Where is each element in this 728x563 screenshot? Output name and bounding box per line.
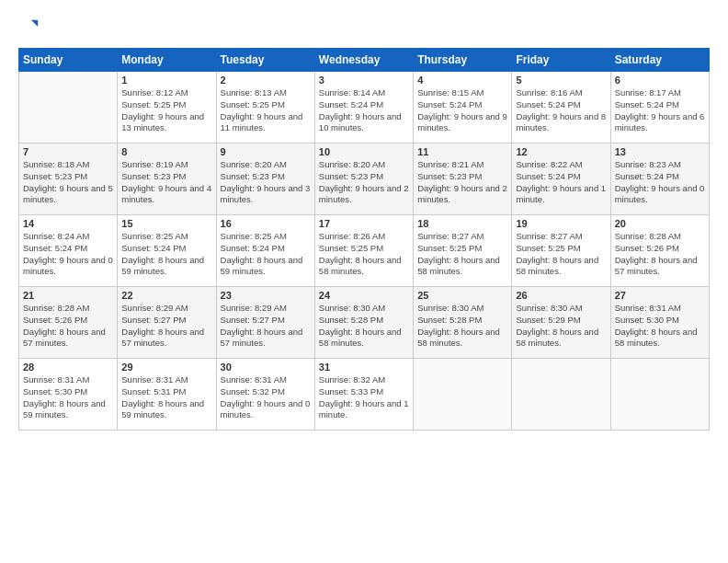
- logo: [18, 17, 40, 40]
- day-number: 18: [417, 218, 507, 229]
- calendar-cell: 6Sunrise: 8:17 AMSunset: 5:24 PMDaylight…: [610, 72, 709, 144]
- day-info: Sunrise: 8:29 AMSunset: 5:27 PMDaylight:…: [121, 303, 211, 350]
- weekday-label: Wednesday: [314, 49, 413, 72]
- day-number: 13: [615, 146, 705, 157]
- day-info: Sunrise: 8:26 AMSunset: 5:25 PMDaylight:…: [319, 231, 409, 278]
- day-number: 1: [121, 75, 211, 86]
- calendar-cell: 2Sunrise: 8:13 AMSunset: 5:25 PMDaylight…: [216, 72, 314, 144]
- day-number: 20: [615, 218, 705, 229]
- day-number: 21: [23, 290, 113, 301]
- calendar-week-row: 1Sunrise: 8:12 AMSunset: 5:25 PMDaylight…: [19, 72, 710, 144]
- day-number: 6: [615, 75, 705, 86]
- day-number: 11: [417, 146, 507, 157]
- day-info: Sunrise: 8:24 AMSunset: 5:24 PMDaylight:…: [23, 231, 113, 278]
- calendar-week-row: 7Sunrise: 8:18 AMSunset: 5:23 PMDaylight…: [19, 144, 710, 215]
- day-info: Sunrise: 8:19 AMSunset: 5:23 PMDaylight:…: [121, 159, 211, 206]
- calendar-cell: [19, 72, 118, 144]
- calendar-cell: 12Sunrise: 8:22 AMSunset: 5:24 PMDayligh…: [512, 144, 610, 215]
- calendar-week-row: 21Sunrise: 8:28 AMSunset: 5:26 PMDayligh…: [19, 287, 710, 359]
- calendar-cell: 22Sunrise: 8:29 AMSunset: 5:27 PMDayligh…: [118, 287, 216, 359]
- day-info: Sunrise: 8:31 AMSunset: 5:30 PMDaylight:…: [615, 303, 705, 350]
- calendar-cell: 27Sunrise: 8:31 AMSunset: 5:30 PMDayligh…: [610, 287, 709, 359]
- calendar-cell: [610, 359, 709, 431]
- weekday-label: Monday: [118, 49, 216, 72]
- day-info: Sunrise: 8:30 AMSunset: 5:28 PMDaylight:…: [319, 303, 409, 350]
- day-number: 31: [319, 362, 409, 373]
- calendar-cell: 11Sunrise: 8:21 AMSunset: 5:23 PMDayligh…: [414, 144, 512, 215]
- calendar-week-row: 28Sunrise: 8:31 AMSunset: 5:30 PMDayligh…: [19, 359, 710, 431]
- day-info: Sunrise: 8:14 AMSunset: 5:24 PMDaylight:…: [319, 87, 409, 134]
- day-number: 16: [221, 218, 311, 229]
- weekday-label: Friday: [512, 49, 610, 72]
- day-info: Sunrise: 8:30 AMSunset: 5:28 PMDaylight:…: [417, 303, 507, 350]
- calendar-cell: 30Sunrise: 8:31 AMSunset: 5:32 PMDayligh…: [216, 359, 314, 431]
- day-info: Sunrise: 8:25 AMSunset: 5:24 PMDaylight:…: [121, 231, 211, 278]
- weekday-header-row: SundayMondayTuesdayWednesdayThursdayFrid…: [19, 49, 710, 72]
- day-number: 15: [121, 218, 211, 229]
- day-info: Sunrise: 8:30 AMSunset: 5:29 PMDaylight:…: [516, 303, 606, 350]
- day-number: 17: [319, 218, 409, 229]
- calendar-cell: 1Sunrise: 8:12 AMSunset: 5:25 PMDaylight…: [118, 72, 216, 144]
- day-number: 5: [516, 75, 606, 86]
- day-number: 26: [516, 290, 606, 301]
- day-info: Sunrise: 8:31 AMSunset: 5:30 PMDaylight:…: [23, 374, 113, 421]
- day-info: Sunrise: 8:15 AMSunset: 5:24 PMDaylight:…: [417, 87, 507, 134]
- calendar-cell: 31Sunrise: 8:32 AMSunset: 5:33 PMDayligh…: [314, 359, 413, 431]
- calendar-cell: 16Sunrise: 8:25 AMSunset: 5:24 PMDayligh…: [216, 215, 314, 287]
- day-number: 27: [615, 290, 705, 301]
- weekday-label: Sunday: [19, 49, 118, 72]
- day-number: 22: [121, 290, 211, 301]
- calendar-cell: 10Sunrise: 8:20 AMSunset: 5:23 PMDayligh…: [314, 144, 413, 215]
- day-info: Sunrise: 8:28 AMSunset: 5:26 PMDaylight:…: [615, 231, 705, 278]
- day-info: Sunrise: 8:28 AMSunset: 5:26 PMDaylight:…: [23, 303, 113, 350]
- day-info: Sunrise: 8:21 AMSunset: 5:23 PMDaylight:…: [417, 159, 507, 206]
- calendar-cell: 19Sunrise: 8:27 AMSunset: 5:25 PMDayligh…: [512, 215, 610, 287]
- day-number: 8: [121, 146, 211, 157]
- day-number: 9: [221, 146, 311, 157]
- calendar-cell: [512, 359, 610, 431]
- calendar-cell: 4Sunrise: 8:15 AMSunset: 5:24 PMDaylight…: [414, 72, 512, 144]
- calendar-cell: 25Sunrise: 8:30 AMSunset: 5:28 PMDayligh…: [414, 287, 512, 359]
- day-info: Sunrise: 8:17 AMSunset: 5:24 PMDaylight:…: [615, 87, 705, 134]
- weekday-label: Thursday: [414, 49, 512, 72]
- calendar-cell: 13Sunrise: 8:23 AMSunset: 5:24 PMDayligh…: [610, 144, 709, 215]
- day-number: 3: [319, 75, 409, 86]
- day-info: Sunrise: 8:18 AMSunset: 5:23 PMDaylight:…: [23, 159, 113, 206]
- day-info: Sunrise: 8:23 AMSunset: 5:24 PMDaylight:…: [615, 159, 705, 206]
- calendar-cell: 17Sunrise: 8:26 AMSunset: 5:25 PMDayligh…: [314, 215, 413, 287]
- logo-icon: [19, 17, 40, 37]
- calendar-cell: 20Sunrise: 8:28 AMSunset: 5:26 PMDayligh…: [610, 215, 709, 287]
- day-number: 10: [319, 146, 409, 157]
- day-number: 2: [221, 75, 311, 86]
- day-number: 19: [516, 218, 606, 229]
- day-number: 14: [23, 218, 113, 229]
- calendar-cell: 23Sunrise: 8:29 AMSunset: 5:27 PMDayligh…: [216, 287, 314, 359]
- weekday-label: Saturday: [610, 49, 709, 72]
- calendar-cell: 15Sunrise: 8:25 AMSunset: 5:24 PMDayligh…: [118, 215, 216, 287]
- day-number: 4: [417, 75, 507, 86]
- day-info: Sunrise: 8:20 AMSunset: 5:23 PMDaylight:…: [319, 159, 409, 206]
- day-info: Sunrise: 8:20 AMSunset: 5:23 PMDaylight:…: [221, 159, 311, 206]
- calendar-cell: 28Sunrise: 8:31 AMSunset: 5:30 PMDayligh…: [19, 359, 118, 431]
- calendar-cell: 3Sunrise: 8:14 AMSunset: 5:24 PMDaylight…: [314, 72, 413, 144]
- day-info: Sunrise: 8:25 AMSunset: 5:24 PMDaylight:…: [221, 231, 311, 278]
- calendar-cell: [414, 359, 512, 431]
- day-info: Sunrise: 8:16 AMSunset: 5:24 PMDaylight:…: [516, 87, 606, 134]
- calendar-table: SundayMondayTuesdayWednesdayThursdayFrid…: [18, 48, 710, 431]
- day-info: Sunrise: 8:13 AMSunset: 5:25 PMDaylight:…: [221, 87, 311, 134]
- day-number: 28: [23, 362, 113, 373]
- svg-marker-0: [31, 20, 38, 27]
- header: [18, 17, 710, 40]
- day-info: Sunrise: 8:27 AMSunset: 5:25 PMDaylight:…: [417, 231, 507, 278]
- day-info: Sunrise: 8:31 AMSunset: 5:32 PMDaylight:…: [221, 374, 311, 421]
- calendar-cell: 14Sunrise: 8:24 AMSunset: 5:24 PMDayligh…: [19, 215, 118, 287]
- day-number: 30: [221, 362, 311, 373]
- day-number: 29: [121, 362, 211, 373]
- calendar-cell: 7Sunrise: 8:18 AMSunset: 5:23 PMDaylight…: [19, 144, 118, 215]
- day-info: Sunrise: 8:12 AMSunset: 5:25 PMDaylight:…: [121, 87, 211, 134]
- calendar-cell: 21Sunrise: 8:28 AMSunset: 5:26 PMDayligh…: [19, 287, 118, 359]
- day-info: Sunrise: 8:29 AMSunset: 5:27 PMDaylight:…: [221, 303, 311, 350]
- calendar-body: 1Sunrise: 8:12 AMSunset: 5:25 PMDaylight…: [19, 72, 710, 431]
- weekday-label: Tuesday: [216, 49, 314, 72]
- calendar-week-row: 14Sunrise: 8:24 AMSunset: 5:24 PMDayligh…: [19, 215, 710, 287]
